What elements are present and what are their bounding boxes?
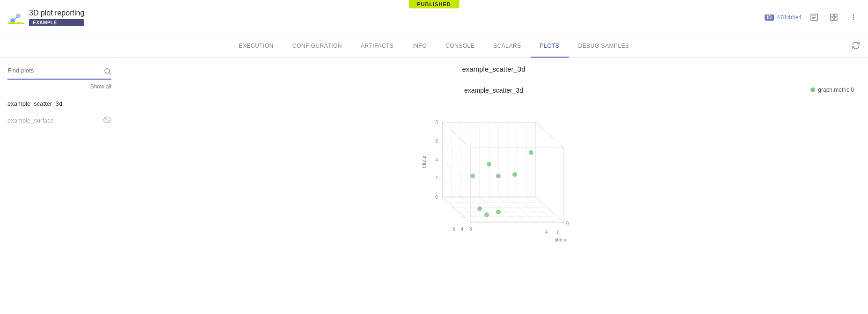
svg-point-13 bbox=[853, 19, 854, 21]
tab-execution[interactable]: EXECUTION bbox=[229, 35, 283, 58]
svg-point-70 bbox=[470, 174, 475, 178]
svg-line-44 bbox=[470, 197, 498, 223]
svg-line-43 bbox=[461, 197, 489, 223]
svg-point-76 bbox=[484, 212, 489, 217]
svg-point-75 bbox=[477, 206, 482, 211]
example-badge: EXAMPLE bbox=[29, 19, 84, 26]
nav-tabs: EXECUTION CONFIGURATION ARTIFACTS INFO C… bbox=[0, 35, 868, 58]
tab-debug-samples[interactable]: DEBUG SAMPLES bbox=[569, 35, 639, 58]
header-left: 3D plot reporting EXAMPLE bbox=[7, 9, 84, 26]
notes-icon-btn[interactable] bbox=[807, 10, 821, 24]
svg-point-73 bbox=[512, 172, 517, 177]
hidden-icon bbox=[103, 117, 111, 124]
plot-section-title: example_scatter_3d bbox=[119, 58, 868, 77]
search-icon bbox=[104, 67, 111, 76]
legend-label: graph.metric 0 bbox=[818, 87, 854, 93]
sidebar: Show all example_scatter_3d example_surf… bbox=[0, 58, 119, 314]
sidebar-item-example-scatter-3d[interactable]: example_scatter_3d bbox=[0, 95, 119, 112]
svg-line-46 bbox=[489, 197, 517, 223]
svg-text:4: 4 bbox=[545, 229, 548, 234]
app-title: 3D plot reporting bbox=[29, 9, 84, 17]
svg-line-15 bbox=[109, 73, 111, 74]
sidebar-item-example-surface[interactable]: example_surface bbox=[0, 112, 119, 129]
main-layout: Show all example_scatter_3d example_surf… bbox=[0, 58, 868, 314]
svg-rect-10 bbox=[834, 18, 837, 21]
id-label: ID bbox=[765, 15, 774, 21]
sidebar-item-label: example_surface bbox=[7, 117, 54, 124]
svg-rect-2 bbox=[8, 22, 24, 24]
svg-line-25 bbox=[536, 122, 564, 148]
show-all-button[interactable]: Show all bbox=[0, 81, 119, 95]
tab-console[interactable]: CONSOLE bbox=[436, 35, 484, 58]
svg-point-11 bbox=[853, 15, 854, 16]
published-badge: PUBLISHED bbox=[408, 0, 460, 8]
svg-line-31 bbox=[442, 178, 470, 204]
svg-text:6: 6 bbox=[435, 139, 438, 144]
svg-line-29 bbox=[442, 141, 470, 167]
plot-title: example_scatter_3d bbox=[129, 87, 859, 94]
svg-text:title z: title z bbox=[421, 156, 427, 168]
plot-svg-container: 8 6 4 2 0 0 2 4 3 4 5 title z ti bbox=[129, 103, 859, 253]
svg-text:2: 2 bbox=[435, 176, 438, 181]
tab-configuration[interactable]: CONFIGURATION bbox=[283, 35, 351, 58]
more-menu-btn[interactable] bbox=[846, 10, 861, 24]
app-icon bbox=[7, 9, 24, 26]
svg-text:8: 8 bbox=[435, 120, 438, 125]
legend-dot bbox=[810, 88, 815, 92]
plot-legend: graph.metric 0 bbox=[810, 87, 854, 93]
svg-line-30 bbox=[442, 160, 470, 185]
svg-line-45 bbox=[480, 197, 508, 223]
tab-plots[interactable]: PLOTS bbox=[531, 35, 569, 58]
svg-line-21 bbox=[536, 197, 564, 223]
svg-text:2: 2 bbox=[557, 229, 560, 234]
svg-point-14 bbox=[105, 68, 109, 73]
tab-info[interactable]: INFO bbox=[403, 35, 436, 58]
svg-line-22 bbox=[442, 197, 470, 223]
svg-rect-7 bbox=[831, 14, 833, 17]
svg-line-42 bbox=[452, 197, 480, 223]
svg-text:4: 4 bbox=[435, 157, 438, 162]
refresh-icon[interactable] bbox=[851, 41, 861, 52]
svg-line-50 bbox=[526, 197, 554, 223]
header-title-section: 3D plot reporting EXAMPLE bbox=[29, 9, 84, 26]
svg-point-71 bbox=[487, 162, 491, 167]
svg-point-74 bbox=[529, 150, 533, 155]
svg-text:title x: title x bbox=[554, 237, 567, 242]
svg-line-49 bbox=[517, 197, 545, 223]
layout-icon-btn[interactable] bbox=[827, 10, 841, 24]
svg-text:3: 3 bbox=[469, 226, 472, 232]
id-badge: ID 478cb5e4 bbox=[765, 14, 802, 21]
header-right: ID 478cb5e4 bbox=[765, 10, 861, 24]
svg-text:4: 4 bbox=[461, 226, 464, 232]
svg-rect-9 bbox=[831, 18, 833, 21]
svg-rect-8 bbox=[834, 14, 837, 17]
svg-line-24 bbox=[442, 122, 470, 148]
sidebar-item-label: example_scatter_3d bbox=[7, 100, 62, 107]
search-container bbox=[7, 65, 111, 80]
content-area: example_scatter_3d example_scatter_3d gr… bbox=[119, 58, 868, 314]
svg-line-47 bbox=[498, 197, 526, 223]
svg-text:5: 5 bbox=[452, 226, 455, 232]
svg-point-12 bbox=[853, 17, 854, 18]
search-input[interactable] bbox=[7, 65, 111, 76]
id-value: 478cb5e4 bbox=[777, 14, 802, 21]
svg-text:0: 0 bbox=[566, 221, 569, 226]
svg-point-77 bbox=[496, 210, 501, 214]
plot-container: example_scatter_3d graph.metric 0 bbox=[119, 77, 868, 263]
svg-point-72 bbox=[496, 174, 501, 178]
tab-artifacts[interactable]: ARTIFACTS bbox=[351, 35, 403, 58]
svg-line-48 bbox=[508, 197, 536, 223]
svg-text:0: 0 bbox=[435, 195, 438, 200]
tab-scalars[interactable]: SCALARS bbox=[484, 35, 531, 58]
scatter-3d-plot: 8 6 4 2 0 0 2 4 3 4 5 title z ti bbox=[400, 103, 587, 253]
